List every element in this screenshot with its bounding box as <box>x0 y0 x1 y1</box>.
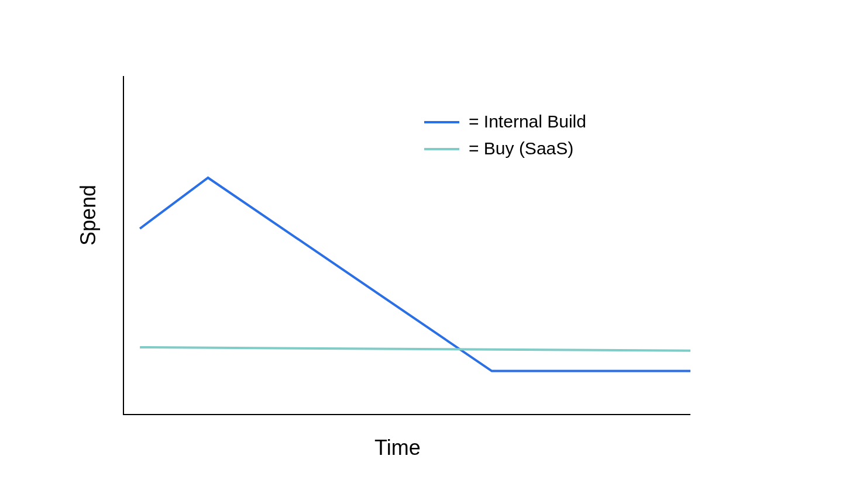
legend-item-internal-build: = Internal Build <box>424 108 586 135</box>
legend-swatch-internal-build <box>424 121 459 123</box>
series-group <box>140 178 690 371</box>
chart-plot-area <box>123 76 690 415</box>
chart-legend: = Internal Build = Buy (SaaS) <box>424 108 586 162</box>
y-axis-label: Spend <box>76 185 101 246</box>
legend-item-buy-saas: = Buy (SaaS) <box>424 135 586 162</box>
x-axis-label: Time <box>374 436 421 460</box>
legend-label-internal-build: = Internal Build <box>469 112 586 132</box>
legend-label-buy-saas: = Buy (SaaS) <box>469 139 573 158</box>
series-line <box>140 347 690 351</box>
chart-svg <box>123 76 690 415</box>
series-line <box>140 178 690 371</box>
legend-swatch-buy-saas <box>424 148 459 150</box>
